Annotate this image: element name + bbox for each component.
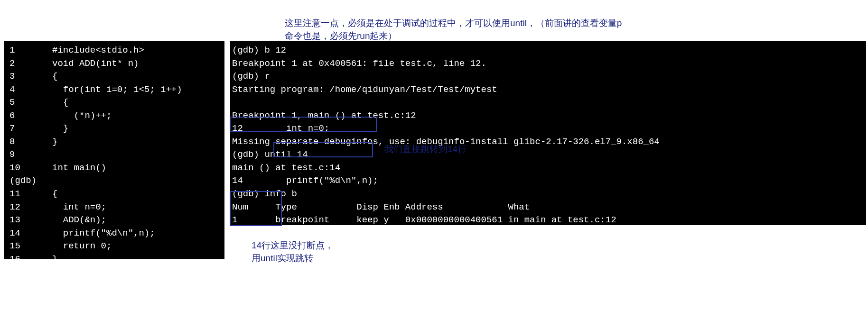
gdb-output-line: main () at test.c:14 <box>232 162 864 175</box>
line-number: 3 <box>6 70 52 83</box>
gdb-output-line: 14 printf("%d\n",n); <box>232 174 864 188</box>
code-line: 5 { <box>6 96 223 109</box>
line-code: { <box>52 188 223 201</box>
code-line: 2void ADD(int* n) <box>6 57 223 71</box>
code-line: (gdb) <box>6 174 223 188</box>
code-line: 14 printf("%d\n",n); <box>6 227 223 240</box>
line-code: int main() <box>52 162 223 175</box>
annotation-bottom-line2: 用until实现跳转 <box>252 252 394 265</box>
gdb-output-line: Breakpoint 1 at 0x400561: file test.c, l… <box>232 57 864 71</box>
gdb-output-line: 1 breakpoint keep y 0x0000000000400561 i… <box>232 214 864 227</box>
line-code: (*n)++; <box>52 109 223 123</box>
line-code: { <box>52 96 223 109</box>
gdb-output-line: (gdb) r <box>232 70 864 83</box>
annotation-top-line1: 这里注意一点，必须是在处于调试的过程中，才可以使用until，（前面讲的查看变量… <box>285 17 712 30</box>
gdb-output-line: (gdb) info b <box>232 188 864 201</box>
line-number: 16 <box>6 253 52 266</box>
line-number: 1 <box>6 44 52 57</box>
code-line: 11{ <box>6 188 223 201</box>
line-number: 10 <box>6 162 52 175</box>
code-line: 15 return 0; <box>6 240 223 253</box>
line-code: return 0; <box>52 240 223 253</box>
gdb-output-line: (gdb) b 12 <box>232 44 864 57</box>
line-number: 15 <box>6 240 52 253</box>
code-line: 13 ADD(&n); <box>6 214 223 227</box>
annotation-top-line2: 命令也是，必须先run起来） <box>285 30 712 43</box>
code-line: 12 int n=0; <box>6 201 223 214</box>
gdb-output-line: Breakpoint 1, main () at test.c:12 <box>232 109 864 123</box>
line-code: void ADD(int* n) <box>52 57 223 71</box>
terminal-left-code: 1#include<stdio.h>2void ADD(int* n)3{4 f… <box>4 41 224 259</box>
gdb-output-line <box>232 96 864 109</box>
line-number: 9 <box>6 148 52 162</box>
line-code: int n=0; <box>52 201 223 214</box>
gdb-output-line: breakpoint already hit 1 time <box>232 227 864 240</box>
code-line: 6 (*n)++; <box>6 109 223 123</box>
line-code: for(int i=0; i<5; i++) <box>52 83 223 97</box>
line-number: 6 <box>6 109 52 123</box>
line-number: (gdb) <box>6 174 52 188</box>
code-line: 9 <box>6 148 223 162</box>
line-code: } <box>52 253 223 266</box>
line-number: 11 <box>6 188 52 201</box>
annotation-middle: 我们直接跳转到14行 <box>384 143 467 156</box>
annotation-top: 这里注意一点，必须是在处于调试的过程中，才可以使用until，（前面讲的查看变量… <box>285 17 712 42</box>
line-number: 13 <box>6 214 52 227</box>
gdb-output-line: (gdb) until 14 <box>232 148 864 162</box>
gdb-output-line: Starting program: /home/qidunyan/Test/Te… <box>232 83 864 97</box>
line-code <box>52 148 223 162</box>
line-code: #include<stdio.h> <box>52 44 223 57</box>
code-line: 8} <box>6 136 223 149</box>
line-code: { <box>52 70 223 83</box>
line-number: 7 <box>6 122 52 136</box>
annotation-bottom-line1: 14行这里没打断点， <box>252 239 394 252</box>
line-code: printf("%d\n",n); <box>52 227 223 240</box>
code-line: 10int main() <box>6 162 223 175</box>
line-code <box>52 174 223 188</box>
code-line: 4 for(int i=0; i<5; i++) <box>6 83 223 97</box>
line-number: 14 <box>6 227 52 240</box>
gdb-output-line: Num Type Disp Enb Address What <box>232 201 864 214</box>
code-line: 7 } <box>6 122 223 136</box>
annotation-middle-text: 我们直接跳转到14行 <box>384 144 467 154</box>
line-number: 5 <box>6 96 52 109</box>
line-number: 8 <box>6 136 52 149</box>
terminal-right-gdb: (gdb) b 12Breakpoint 1 at 0x400561: file… <box>230 41 866 225</box>
code-line: 1#include<stdio.h> <box>6 44 223 57</box>
line-code: ADD(&n); <box>52 214 223 227</box>
code-line: 16} <box>6 253 223 266</box>
gdb-output-line: 12 int n=0; <box>232 122 864 136</box>
annotation-bottom: 14行这里没打断点， 用until实现跳转 <box>252 239 394 264</box>
line-code: } <box>52 122 223 136</box>
line-code: } <box>52 136 223 149</box>
line-number: 2 <box>6 57 52 71</box>
gdb-output-line: Missing separate debuginfos, use: debugi… <box>232 136 864 149</box>
line-number: 4 <box>6 83 52 97</box>
code-line: 3{ <box>6 70 223 83</box>
line-number: 12 <box>6 201 52 214</box>
